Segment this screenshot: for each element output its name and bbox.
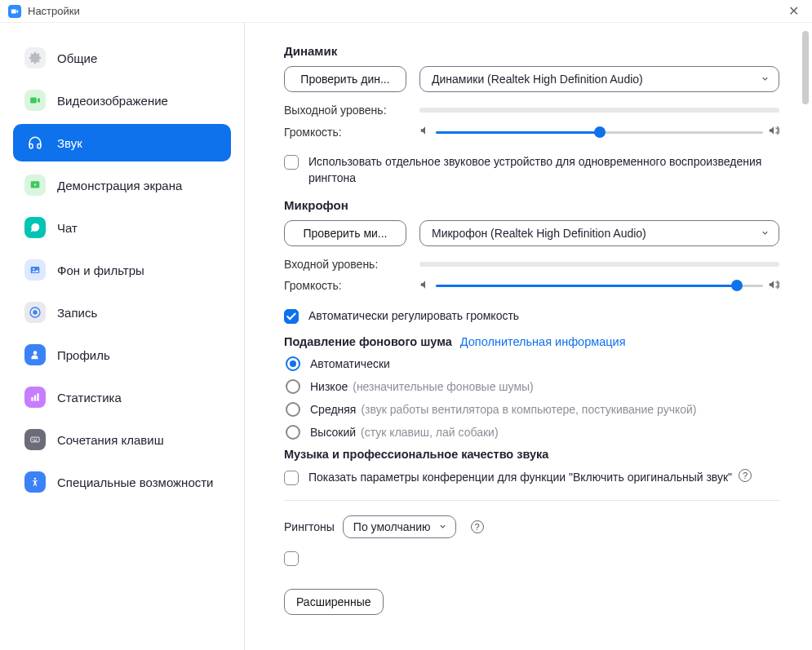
ringtone-label: Рингтоны	[284, 520, 335, 533]
sidebar-item-label: Запись	[57, 306, 97, 320]
statistics-icon	[24, 387, 46, 408]
noise-high-hint: (стук клавиш, лай собаки)	[361, 426, 498, 439]
speaker-device-value: Динамики (Realtek High Definition Audio)	[419, 66, 779, 92]
ringtone-value: По умолчанию	[353, 520, 431, 533]
sidebar-item-profile[interactable]: Профиль	[13, 336, 231, 374]
chat-icon	[24, 217, 46, 238]
svg-rect-10	[34, 396, 36, 401]
window-title: Настройки	[28, 5, 80, 17]
svg-point-17	[34, 478, 36, 480]
noise-title-text: Подавление фонового шума	[284, 335, 452, 348]
profile-icon	[24, 344, 46, 365]
mic-device-select[interactable]: Микрофон (Realtek High Definition Audio)	[419, 220, 779, 246]
speaker-volume-label: Громкость:	[284, 126, 419, 139]
partial-checkbox[interactable]	[284, 551, 299, 566]
auto-adjust-volume-checkbox[interactable]	[284, 309, 299, 324]
svg-point-5	[33, 268, 34, 270]
svg-rect-16	[33, 440, 38, 441]
sidebar-item-chat[interactable]: Чат	[13, 209, 231, 246]
speaker-section-title: Динамик	[284, 44, 779, 58]
sidebar-item-statistics[interactable]: Статистика	[13, 378, 231, 416]
main-panel: Динамик Проверить дин... Динамики (Realt…	[245, 23, 812, 650]
sidebar-item-label: Профиль	[57, 348, 110, 362]
svg-rect-2	[30, 98, 37, 104]
noise-low-radio[interactable]	[286, 379, 300, 394]
test-speaker-button[interactable]: Проверить дин...	[284, 66, 406, 92]
sidebar-item-label: Звук	[57, 136, 82, 150]
svg-rect-0	[11, 9, 16, 13]
titlebar: Настройки ✕	[0, 0, 812, 23]
divider	[284, 500, 779, 501]
noise-low-hint: (незначительные фоновые шумы)	[353, 380, 534, 393]
music-section-title: Музыка и профессиональное качество звука	[284, 448, 779, 461]
auto-adjust-volume-label: Автоматически регулировать громкость	[308, 307, 519, 324]
sidebar-item-label: Фон и фильтры	[57, 263, 144, 277]
sidebar-item-shortcuts[interactable]: Сочетания клавиш	[13, 421, 231, 458]
background-icon	[24, 259, 46, 281]
original-sound-checkbox[interactable]	[284, 471, 299, 485]
microphone-section-title: Микрофон	[284, 198, 779, 212]
noise-medium-radio[interactable]	[286, 402, 300, 417]
mic-device-value: Микрофон (Realtek High Definition Audio)	[419, 220, 779, 246]
speaker-low-icon	[419, 125, 431, 139]
separate-ringtone-device-label: Использовать отдельное звуковое устройст…	[308, 153, 779, 187]
scrollbar[interactable]	[802, 31, 809, 104]
help-icon[interactable]: ?	[739, 469, 752, 482]
sidebar-item-background[interactable]: Фон и фильтры	[13, 251, 231, 289]
input-level-meter	[419, 262, 779, 267]
noise-high-radio[interactable]	[286, 425, 300, 440]
sidebar-item-label: Чат	[57, 221, 78, 235]
share-screen-icon	[24, 175, 46, 196]
accessibility-icon	[24, 471, 46, 493]
speaker-device-select[interactable]: Динамики (Realtek High Definition Audio)	[419, 66, 779, 92]
video-icon	[24, 90, 46, 111]
noise-low-label: Низкое	[310, 380, 348, 393]
speaker-volume-slider[interactable]	[436, 126, 763, 139]
speaker-high-icon	[768, 279, 779, 293]
advanced-button[interactable]: Расширенные	[284, 589, 384, 615]
sidebar-item-video[interactable]: Видеоизображение	[13, 82, 231, 119]
chevron-down-icon	[438, 520, 447, 533]
sidebar-item-general[interactable]: Общие	[13, 39, 231, 77]
noise-section-title: Подавление фонового шума Дополнительная …	[284, 335, 779, 348]
gear-icon	[24, 47, 46, 69]
keyboard-icon	[24, 429, 46, 450]
sidebar-item-recording[interactable]: Запись	[13, 294, 231, 331]
help-icon[interactable]: ?	[471, 520, 484, 533]
output-level-label: Выходной уровень:	[284, 104, 419, 117]
sidebar-item-audio[interactable]: Звук	[13, 124, 231, 161]
svg-point-13	[33, 439, 33, 440]
original-sound-label: Показать параметры конференции для функц…	[308, 469, 732, 485]
svg-rect-11	[37, 393, 38, 400]
svg-rect-12	[31, 437, 40, 442]
close-button[interactable]: ✕	[783, 2, 804, 20]
mic-volume-label: Громкость:	[284, 279, 419, 292]
headphones-icon	[24, 132, 46, 153]
speaker-low-icon	[419, 279, 431, 293]
noise-high-label: Высокий	[310, 426, 356, 439]
input-level-label: Входной уровень:	[284, 258, 419, 271]
test-mic-button[interactable]: Проверить ми...	[284, 220, 406, 246]
sidebar-item-label: Демонстрация экрана	[57, 179, 182, 192]
sidebar-item-share[interactable]: Демонстрация экрана	[13, 166, 231, 204]
noise-auto-label: Автоматически	[310, 357, 390, 370]
sidebar-item-label: Статистика	[57, 391, 122, 405]
sidebar-item-label: Видеоизображение	[57, 94, 168, 108]
noise-auto-radio[interactable]	[286, 356, 300, 371]
sidebar-item-label: Специальные возможности	[57, 475, 214, 489]
ringtone-select[interactable]: По умолчанию	[343, 515, 456, 538]
noise-medium-label: Средняя	[310, 403, 356, 416]
separate-ringtone-device-checkbox[interactable]	[284, 155, 299, 170]
output-level-meter	[419, 108, 779, 113]
record-icon	[24, 302, 46, 323]
svg-point-8	[33, 351, 38, 355]
noise-info-link[interactable]: Дополнительная информация	[460, 335, 626, 348]
svg-point-14	[34, 439, 35, 440]
sidebar-item-label: Общие	[57, 51, 97, 65]
sidebar-item-accessibility[interactable]: Специальные возможности	[13, 463, 231, 501]
noise-medium-hint: (звук работы вентилятора в компьютере, п…	[361, 403, 696, 416]
sidebar-item-label: Сочетания клавиш	[57, 433, 164, 447]
speaker-high-icon	[768, 125, 779, 139]
mic-volume-slider[interactable]	[436, 279, 763, 292]
sidebar: Общие Видеоизображение Звук Демонстрация…	[0, 23, 245, 650]
